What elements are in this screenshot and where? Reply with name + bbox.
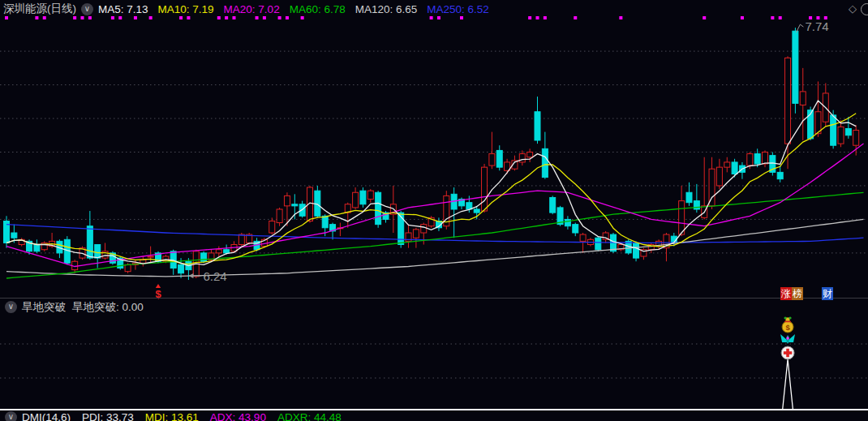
price-annotations: 7.746.24: [188, 19, 828, 283]
finance-button[interactable]: 财: [822, 287, 833, 300]
sub-indicator-pane: $: [0, 316, 868, 410]
dmi-label-3: ADX: 43.90: [210, 411, 266, 421]
main-pane: 7.746.24: [0, 19, 868, 283]
ma-label-2: MA20: 7.02: [224, 3, 280, 15]
sub-indicator-header: ∨ 旱地突破 旱地突破: 0.00: [0, 299, 868, 315]
bottom-indicator-bar: ∨ DMI(14,6)PDI: 33.73MDI: 13.61ADX: 43.9…: [0, 409, 868, 421]
chevron-down-icon[interactable]: ∨: [5, 411, 17, 421]
money-bag-icon: $: [782, 316, 793, 333]
button-char[interactable]: 财: [822, 287, 833, 300]
high-annotation: 7.74: [805, 19, 828, 33]
symbol-title: 深圳能源(日线): [3, 2, 76, 16]
signal-spike: [783, 359, 793, 410]
button-char[interactable]: 榜: [792, 287, 803, 300]
sub-indicator-value: 旱地突破: 0.00: [72, 300, 144, 315]
candlestick-chart: 7.746.24$$: [0, 0, 868, 421]
ma-label-0: MA5: 7.13: [98, 3, 148, 15]
ma-label-4: MA120: 6.65: [355, 3, 418, 15]
chart-header: 深圳能源(日线) ∨ MA5: 7.13MA10: 7.19MA20: 7.02…: [0, 0, 868, 18]
ma-values-row: MA5: 7.13MA10: 7.19MA20: 7.02MA60: 6.78M…: [98, 3, 499, 15]
dmi-label-2: MDI: 13.61: [145, 411, 199, 421]
button-char[interactable]: 涨: [780, 287, 792, 300]
svg-text:$: $: [785, 323, 790, 332]
dmi-values-row: DMI(14,6)PDI: 33.73MDI: 13.61ADX: 43.90A…: [22, 411, 353, 421]
chevron-down-icon[interactable]: ∨: [81, 3, 93, 15]
dmi-label-4: ADXR: 44.48: [277, 411, 342, 421]
rank-board-button[interactable]: 涨榜: [780, 287, 803, 300]
ma-label-5: MA250: 6.52: [427, 3, 489, 15]
chevron-down-icon[interactable]: ∨: [5, 301, 17, 313]
sub-indicator-name: 旱地突破: [22, 300, 66, 315]
medical-cross-icon: [781, 346, 794, 359]
dmi-label-1: PDI: 33.73: [82, 411, 134, 421]
ma-label-1: MA10: 7.19: [158, 3, 214, 15]
butterfly-icon: [780, 334, 795, 344]
circle-icon[interactable]: [861, 3, 868, 15]
low-annotation: 6.24: [203, 269, 226, 283]
dmi-label-0: DMI(14,6): [22, 411, 71, 421]
ma-label-3: MA60: 6.78: [290, 3, 346, 15]
diamond-icon[interactable]: ◇: [849, 2, 857, 15]
